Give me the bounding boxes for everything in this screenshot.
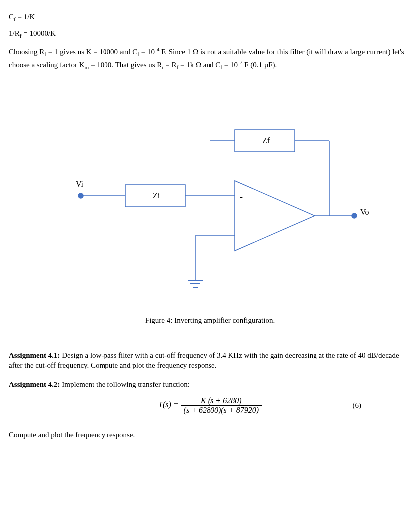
formula-rf: 1/Rf = 10000/K: [9, 28, 411, 40]
equation-6: T(s) = K (s + 6280) (s + 62800)(s + 8792…: [9, 396, 411, 415]
assignment-4-2: Assignment 4.2: Implement the following …: [9, 380, 411, 389]
final-instruction: Compute and plot the frequency response.: [9, 430, 411, 440]
vi-label: Vi: [76, 180, 84, 188]
eq-lhs: T(s) =: [158, 400, 181, 409]
formula-cf: Cf = 1/K: [9, 12, 411, 23]
zi-label: Zi: [153, 191, 160, 200]
minus-label: -: [240, 192, 243, 202]
assignment-4-1-text: Design a low-pass filter with a cut-off …: [9, 351, 399, 369]
assignment-4-1: Assignment 4.1: Design a low-pass filter…: [9, 350, 411, 371]
assignment-4-1-label: Assignment 4.1:: [9, 351, 60, 359]
vi-node: [78, 193, 83, 198]
eq-number: (6): [353, 401, 362, 410]
figure-caption: Figure 4: Inverting amplifier configurat…: [9, 315, 411, 325]
circuit-diagram: Vi Zi Zf - + Vo: [9, 101, 411, 300]
svg-marker-8: [235, 181, 315, 251]
eq-denominator: (s + 62800)(s + 87920): [181, 406, 262, 415]
vo-node: [352, 213, 357, 218]
assignment-4-2-text: Implement the following transfer functio…: [60, 381, 190, 388]
assignment-4-2-label: Assignment 4.2:: [9, 381, 60, 388]
vo-label: Vo: [360, 208, 369, 216]
eq-numerator: K (s + 6280): [181, 396, 262, 406]
paragraph-choosing: Choosing Rf = 1 gives us K = 10000 and C…: [9, 46, 411, 71]
zf-label: Zf: [262, 136, 270, 145]
circuit-svg: Vi Zi Zf - + Vo: [51, 101, 369, 300]
plus-label: +: [240, 233, 244, 241]
